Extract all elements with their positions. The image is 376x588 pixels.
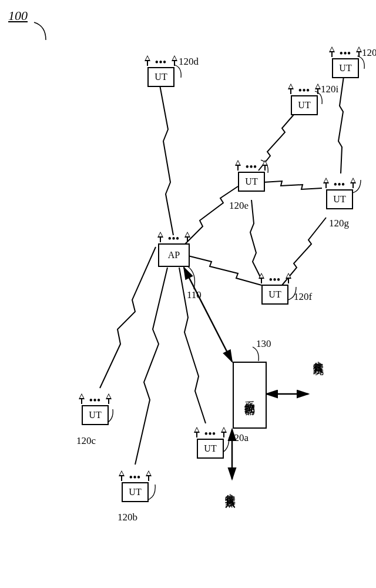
ap-antennas: ••• (153, 229, 195, 243)
figure-number: 100 (8, 8, 28, 24)
ut-box: UT (197, 439, 224, 459)
ut-box: UT (332, 58, 359, 78)
ut-f-id: 120f (294, 291, 312, 303)
ut-node-d: ••• UT (143, 53, 179, 94)
ut-g-id: 120g (329, 218, 349, 229)
ut-h-id: 120h (362, 47, 376, 59)
ut-node-h: ••• UT (328, 44, 363, 85)
svg-line-0 (184, 268, 232, 362)
ut-node-f: ••• UT (257, 270, 293, 312)
ut-node-g: ••• UT (322, 175, 357, 216)
controller-id: 130 (256, 338, 271, 350)
ut-d-id: 120d (179, 56, 199, 68)
ut-box: UT (291, 95, 318, 115)
system-controller-box: 系统控制器 (233, 362, 267, 429)
ap-id-label: 110 (187, 289, 202, 301)
ap-node: ••• AP (153, 229, 195, 270)
ut-node-a: ••• UT (193, 425, 228, 466)
ellipsis-icon: ••• (167, 234, 181, 243)
to-other-systems-label: 去往其它系统 (311, 353, 325, 356)
ut-box: UT (326, 189, 353, 209)
to-other-ap-label: 去往其它接入点 (223, 485, 237, 489)
ut-node-e: ••• UT (234, 158, 269, 199)
ut-box: UT (238, 172, 265, 192)
ut-c-id: 120c (76, 435, 96, 447)
ut-box: UT (147, 67, 174, 87)
ut-i-id: 120i (321, 83, 338, 95)
ut-e-id: 120e (229, 200, 249, 212)
diagram-canvas: 100 (0, 0, 376, 588)
ut-box: UT (82, 405, 109, 425)
ut-box: UT (261, 285, 288, 305)
ut-a-id: 120a (229, 432, 249, 444)
ap-box: AP (158, 243, 190, 267)
ut-b-id: 120b (118, 512, 137, 523)
ut-box: UT (122, 482, 149, 502)
ut-node-b: ••• UT (118, 468, 153, 509)
controller-label: 系统控制器 (243, 392, 257, 398)
ut-node-i: ••• UT (287, 81, 322, 122)
ut-node-c: ••• UT (78, 391, 113, 432)
